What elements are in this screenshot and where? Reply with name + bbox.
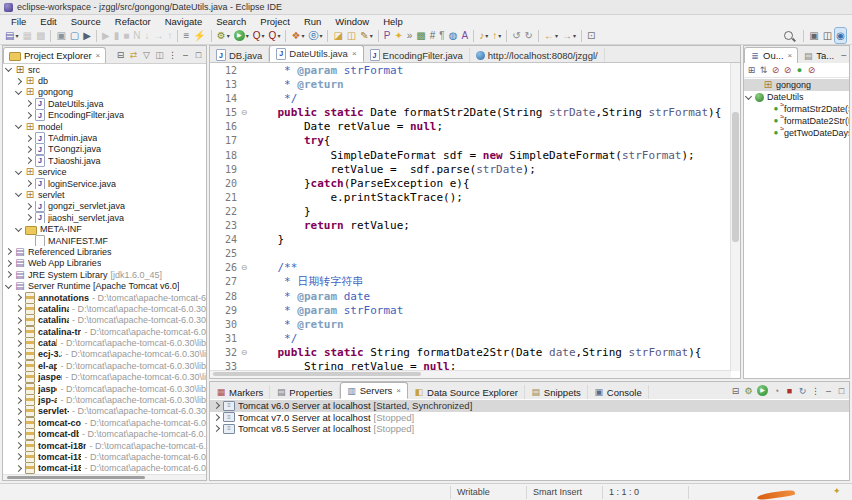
push-upstream-button[interactable]: ↑▾	[491, 28, 502, 43]
new-wizard-button[interactable]: ▤▾	[4, 28, 19, 43]
annotate-button[interactable]: ✎▾	[359, 28, 373, 43]
back-button[interactable]: ←▾	[543, 28, 559, 43]
open-perspective-button[interactable]: ▣	[808, 28, 819, 43]
menu-refactor[interactable]: Refactor	[108, 16, 158, 27]
tree-item-meta-inf[interactable]: META-INF	[3, 223, 206, 234]
tree-item-catalina-ant-jar[interactable]: catalina-ant.jar- D:\tomcat\apache-tomca…	[3, 303, 206, 314]
notification-icon[interactable]: ✦	[833, 486, 841, 496]
editor-vscrollbar[interactable]	[730, 63, 740, 371]
scrollbar-thumb[interactable]	[213, 372, 421, 376]
stop-server-icon[interactable]: ■	[785, 386, 794, 396]
outline-item-gettwodatedays-da[interactable]: getTwoDateDays(Da	[744, 127, 849, 139]
menu-run[interactable]: Run	[297, 16, 328, 27]
collapse-chevron-icon[interactable]	[15, 225, 22, 232]
open-console-button[interactable]: ▢	[69, 28, 80, 43]
tree-item-server-runtime-apache-tomcat-v6-0[interactable]: Server Runtime [Apache Tomcat v6.0]	[3, 280, 206, 291]
tree-item-catalina-jar[interactable]: catalina.jar- D:\tomcat\apache-tomcat-6.…	[3, 337, 206, 348]
tree-item-tadmin-java[interactable]: TAdmin.java	[3, 132, 206, 143]
focus-on-active-task-icon[interactable]: ◫	[155, 50, 164, 60]
scrollbar-thumb[interactable]	[7, 476, 145, 479]
expand-chevron-icon[interactable]	[5, 248, 12, 255]
expand-chevron-icon[interactable]	[15, 442, 22, 449]
expand-chevron-icon[interactable]	[25, 134, 32, 141]
tree-item-tomcat-i18n-ja-jar[interactable]: tomcat-i18n-ja.jar- D:\tomcat\apache-tom…	[3, 463, 206, 474]
scrollbar-thumb[interactable]	[732, 112, 739, 241]
expand-chevron-icon[interactable]	[15, 453, 22, 460]
tree-item-web-app-libraries[interactable]: Web App Libraries	[3, 258, 206, 269]
menu-search[interactable]: Search	[209, 16, 253, 27]
tree-item-gongong[interactable]: gongong	[3, 87, 206, 98]
tree-item-catalina-ha-jar[interactable]: catalina-ha.jar- D:\tomcat\apache-tomcat…	[3, 315, 206, 326]
expand-chevron-icon[interactable]	[15, 465, 22, 472]
minimize-icon[interactable]: ‒	[181, 50, 190, 60]
tab-servers[interactable]: Servers×	[340, 382, 408, 399]
select-element-button[interactable]: ▶	[82, 28, 92, 43]
expand-chevron-icon[interactable]	[15, 340, 22, 347]
show-whitespace-button[interactable]: ¶	[438, 28, 445, 43]
view-menu-icon[interactable]: ⋮	[168, 50, 177, 60]
search-icon[interactable]	[784, 31, 793, 40]
coverage-button[interactable]: Q▾	[252, 28, 266, 43]
collapse-all-icon[interactable]: ⊟	[731, 386, 740, 396]
expand-chevron-icon[interactable]	[15, 294, 22, 301]
expand-chevron-icon[interactable]	[15, 351, 22, 358]
tree-item-db[interactable]: db	[3, 75, 206, 86]
outline-item-formatstr2date-strin[interactable]: formatStr2Date(Strin	[744, 103, 849, 115]
tree-item-tomcat-coyote-jar[interactable]: tomcat-coyote.jar- D:\tomcat\apache-tomc…	[3, 417, 206, 428]
editor-tab-db-java[interactable]: DB.java	[210, 48, 269, 62]
menu-navigate[interactable]: Navigate	[158, 16, 210, 27]
expand-chevron-icon[interactable]	[15, 408, 22, 415]
tree-item-model[interactable]: model	[3, 121, 206, 132]
outline-item-formatdate2str-date[interactable]: formatDate2Str(Date	[744, 115, 849, 127]
menu-source[interactable]: Source	[64, 16, 108, 27]
tree-item-el-api-jar[interactable]: el-api.jar- D:\tomcat\apache-tomcat-6.0.…	[3, 360, 206, 371]
minimize-icon[interactable]: ‒	[824, 386, 833, 396]
world-button[interactable]: ◍	[448, 28, 459, 43]
collapse-chevron-icon[interactable]	[745, 92, 752, 99]
code-editor[interactable]: 12 * @param strFormat13 * @return14 */15…	[210, 63, 731, 371]
debug-button[interactable]: ⚙▾	[216, 28, 231, 43]
server-tomcat-v6-0-server-at-localhost[interactable]: Tomcat v6.0 Server at localhost [Started…	[210, 400, 849, 412]
debug-server-icon[interactable]: ⚙	[744, 386, 753, 396]
close-icon[interactable]: ×	[396, 387, 401, 395]
editor-tab-http-localhost-8080-jzggl[interactable]: http://localhost:8080/jzggl/	[470, 48, 605, 62]
project-tree[interactable]: srcdbgongongDateUtils.javaEncodingFilter…	[3, 63, 206, 475]
new-servlet-button[interactable]: ▩	[415, 28, 426, 43]
expand-chevron-icon[interactable]	[15, 396, 22, 403]
editor-hscrollbar[interactable]	[210, 370, 731, 378]
external-tools-button[interactable]: ❖▾	[290, 28, 305, 43]
tab-snippets[interactable]: Snippets	[525, 385, 588, 399]
tree-item-catalina-tribes-jar[interactable]: catalina-tribes.jar- D:\tomcat\apache-to…	[3, 326, 206, 337]
expand-chevron-icon[interactable]	[25, 203, 32, 210]
open-search-button[interactable]: ⚡	[192, 28, 206, 43]
tab-ta[interactable]: Ta...	[798, 48, 839, 63]
server-tomcat-v8-5-server-at-localhost[interactable]: Tomcat v8.5 Server at localhost [Stopped…	[210, 423, 849, 435]
tree-item-jasper-jar[interactable]: jasper.jar- D:\tomcat\apache-tomcat-6.0.…	[3, 383, 206, 394]
hide-fields-icon[interactable]: ⊘	[771, 65, 780, 75]
expand-chevron-icon[interactable]	[15, 419, 22, 426]
expand-chevron-icon[interactable]	[213, 414, 220, 421]
collapse-all-icon[interactable]: ⊟	[116, 50, 125, 60]
collapse-chevron-icon[interactable]	[5, 282, 12, 289]
tree-item-encodingfilter-java[interactable]: EncodingFilter.java	[3, 110, 206, 121]
filters-icon[interactable]: ▽	[142, 50, 151, 60]
tree-item-tomcat-i18n-fr-jar[interactable]: tomcat-i18n-fr.jar- D:\tomcat\apache-tom…	[3, 451, 206, 462]
server-tomcat-v7-0-server-at-localhost[interactable]: Tomcat v7.0 Server at localhost [Stopped…	[210, 412, 849, 424]
lightbulb-button[interactable]: ✦	[393, 28, 403, 43]
expand-all-icon[interactable]: ⊞	[747, 65, 756, 75]
hide-non-public-icon[interactable]: ●	[795, 65, 804, 75]
tab-ou[interactable]: Ou...×	[744, 47, 798, 63]
minimize-icon[interactable]: ‒	[839, 50, 848, 60]
menu-project[interactable]: Project	[253, 16, 297, 27]
menu-edit[interactable]: Edit	[33, 16, 63, 27]
tree-item-servlet-api-jar[interactable]: servlet-api.jar- D:\tomcat\apache-tomcat…	[3, 406, 206, 417]
next-annotation-button[interactable]: »	[406, 28, 414, 43]
outline-item-dateutils[interactable]: DateUtils	[744, 91, 849, 103]
tree-item-loginservice-java[interactable]: loginService.java	[3, 178, 206, 189]
tree-item-tjiaoshi-java[interactable]: TJiaoshi.java	[3, 155, 206, 166]
tree-item-service[interactable]: service	[3, 167, 206, 178]
mark-occurrences-button[interactable]: ≡	[182, 28, 190, 43]
tree-item-tomcat-i18n-es-jar[interactable]: tomcat-i18n-es.jar- D:\tomcat\apache-tom…	[3, 440, 206, 451]
start-server-icon[interactable]: ▶	[757, 385, 768, 396]
link-with-editor-icon[interactable]: ⇄	[129, 50, 138, 60]
